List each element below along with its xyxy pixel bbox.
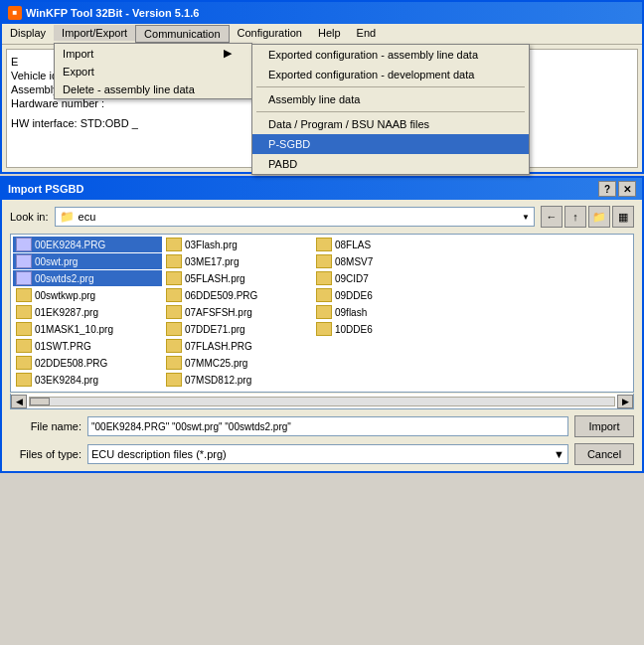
scroll-track[interactable] xyxy=(29,397,615,406)
file-type-value: ECU description files (*.prg) xyxy=(91,448,227,460)
file-item[interactable]: 06DDE509.PRG xyxy=(163,287,312,303)
dialog-close-button[interactable]: ✕ xyxy=(618,181,636,197)
scroll-thumb[interactable] xyxy=(30,398,50,405)
file-item[interactable]: 09CID7 xyxy=(313,270,462,286)
file-icon xyxy=(316,322,332,336)
file-icon xyxy=(16,271,32,285)
file-item[interactable]: 07AFSFSH.prg xyxy=(163,304,312,320)
submenu-pabd[interactable]: PABD xyxy=(252,154,529,174)
file-name-input[interactable] xyxy=(87,416,568,436)
file-item[interactable]: 02DDE508.PRG xyxy=(13,355,162,371)
file-name: 10DDE6 xyxy=(335,324,373,335)
scroll-left-button[interactable]: ◀ xyxy=(11,395,27,408)
file-icon xyxy=(16,305,32,319)
file-item[interactable]: 10DDE6 xyxy=(313,321,462,337)
file-item[interactable]: 01MASK1_10.prg xyxy=(13,321,162,337)
import-export-dropdown: Import ▶ Exported configuration - assemb… xyxy=(54,43,252,99)
scroll-right-button[interactable]: ▶ xyxy=(617,395,633,408)
menu-area: Display Import/Export Import ▶ Exported … xyxy=(2,25,384,43)
file-item[interactable]: 03ME17.prg xyxy=(163,253,312,269)
file-item[interactable]: 03Flash.prg xyxy=(163,237,312,252)
file-name: 06DDE509.PRG xyxy=(185,290,257,301)
file-item[interactable]: 01EK9287.prg xyxy=(13,304,162,320)
menu-export[interactable]: Export xyxy=(55,63,251,81)
menu-help[interactable]: Help xyxy=(310,25,349,43)
file-item[interactable]: 08MSV7 xyxy=(313,253,462,269)
file-item[interactable]: 00EK9284.PRG xyxy=(13,237,162,252)
file-icon xyxy=(316,305,332,319)
app-title: WinKFP Tool 32Bit - Version 5.1.6 xyxy=(26,7,199,19)
file-name: 07MSD812.prg xyxy=(185,375,251,386)
import-submenu: Exported configuration - assembly line d… xyxy=(251,44,530,175)
file-item[interactable]: 09flash xyxy=(313,304,462,320)
file-item[interactable]: 07MSD812.prg xyxy=(163,372,312,388)
view-button[interactable]: ▦ xyxy=(612,206,634,228)
cancel-button[interactable]: Cancel xyxy=(574,443,634,465)
file-item[interactable]: 00swtkwp.prg xyxy=(13,287,162,303)
dialog-content: Look in: 📁 ecu ▼ ← ↑ 📁 ▦ 00EK9284.PRG00s… xyxy=(2,200,642,471)
file-name: 01EK9287.prg xyxy=(35,307,98,318)
file-icon xyxy=(166,373,182,387)
file-item[interactable]: 09DDE6 xyxy=(313,287,462,303)
submenu-psgbd[interactable]: P-SGBD xyxy=(252,134,529,154)
file-type-select[interactable]: ECU description files (*.prg) ▼ xyxy=(87,444,568,464)
back-button[interactable]: ← xyxy=(541,206,563,228)
file-icon xyxy=(166,238,182,251)
file-name: 01MASK1_10.prg xyxy=(35,324,113,335)
menu-import-export-container: Import/Export Import ▶ Exported configur… xyxy=(54,25,135,43)
dialog-title-buttons: ? ✕ xyxy=(598,181,636,197)
menu-communication[interactable]: Communication xyxy=(135,25,229,43)
file-name-label: File name: xyxy=(10,420,81,432)
file-icon xyxy=(16,254,32,268)
file-item[interactable]: 08FLAS xyxy=(313,237,462,252)
file-name: 00swtkwp.prg xyxy=(35,290,95,301)
file-item[interactable]: 01SWT.PRG xyxy=(13,338,162,354)
file-name: 09CID7 xyxy=(335,273,369,284)
submenu-arrow: ▶ xyxy=(224,47,232,60)
top-window: ■ WinKFP Tool 32Bit - Version 5.1.6 Disp… xyxy=(0,0,644,174)
menu-import[interactable]: Import ▶ Exported configuration - assemb… xyxy=(55,44,251,63)
file-name: 09DDE6 xyxy=(335,290,373,301)
file-list[interactable]: 00EK9284.PRG00swt.prg00swtds2.prg00swtkw… xyxy=(10,234,634,393)
file-icon xyxy=(166,305,182,319)
menu-configuration[interactable]: Configuration xyxy=(230,25,310,43)
look-in-row: Look in: 📁 ecu ▼ ← ↑ 📁 ▦ xyxy=(10,206,634,228)
menu-display[interactable]: Display xyxy=(2,25,54,43)
submenu-data-program[interactable]: Data / Program / BSU NAAB files xyxy=(252,114,529,134)
dialog-title-bar: Import PSGBD ? ✕ xyxy=(2,178,642,200)
dialog-help-button[interactable]: ? xyxy=(598,181,616,197)
import-button[interactable]: Import xyxy=(574,415,634,437)
file-item[interactable]: 07FLASH.PRG xyxy=(163,338,312,354)
file-name: 07FLASH.PRG xyxy=(185,341,252,352)
file-name: 00swtds2.prg xyxy=(35,273,93,284)
look-in-value: ecu xyxy=(79,211,519,223)
file-item[interactable]: 00swtds2.prg xyxy=(13,270,162,286)
file-icon xyxy=(166,271,182,285)
menu-end[interactable]: End xyxy=(349,25,385,43)
submenu-exported-dev[interactable]: Exported configuration - development dat… xyxy=(252,65,529,84)
file-name: 08MSV7 xyxy=(335,256,373,267)
file-icon xyxy=(16,373,32,387)
file-name: 09flash xyxy=(335,307,367,318)
file-item[interactable]: 00swt.prg xyxy=(13,253,162,269)
file-icon xyxy=(16,288,32,302)
import-psgbd-dialog: Import PSGBD ? ✕ Look in: 📁 ecu ▼ ← ↑ 📁 … xyxy=(0,176,644,473)
file-item[interactable]: 03EK9284.prg xyxy=(13,372,162,388)
hw-interface-label: HW interface: STD:OBD _ xyxy=(11,117,138,129)
file-item[interactable]: 05FLASH.prg xyxy=(163,270,312,286)
submenu-assembly-line[interactable]: Assembly line data xyxy=(252,89,529,109)
file-name: 07MMC25.prg xyxy=(185,358,247,369)
file-item[interactable]: 07DDE71.prg xyxy=(163,321,312,337)
dialog-title: Import PSGBD xyxy=(8,183,83,195)
submenu-exported-assembly[interactable]: Exported configuration - assembly line d… xyxy=(252,45,529,65)
new-folder-button[interactable]: 📁 xyxy=(588,206,610,228)
file-item[interactable]: 07MMC25.prg xyxy=(163,355,312,371)
file-name: 00swt.prg xyxy=(35,256,78,267)
file-icon xyxy=(316,238,332,251)
file-name: 05FLASH.prg xyxy=(185,273,245,284)
menu-delete-assembly[interactable]: Delete - assembly line data xyxy=(55,81,251,98)
up-button[interactable]: ↑ xyxy=(564,206,586,228)
menu-import-export[interactable]: Import/Export xyxy=(54,25,135,41)
look-in-dropdown[interactable]: 📁 ecu ▼ xyxy=(55,207,535,227)
file-name: 07DDE71.prg xyxy=(185,324,245,335)
